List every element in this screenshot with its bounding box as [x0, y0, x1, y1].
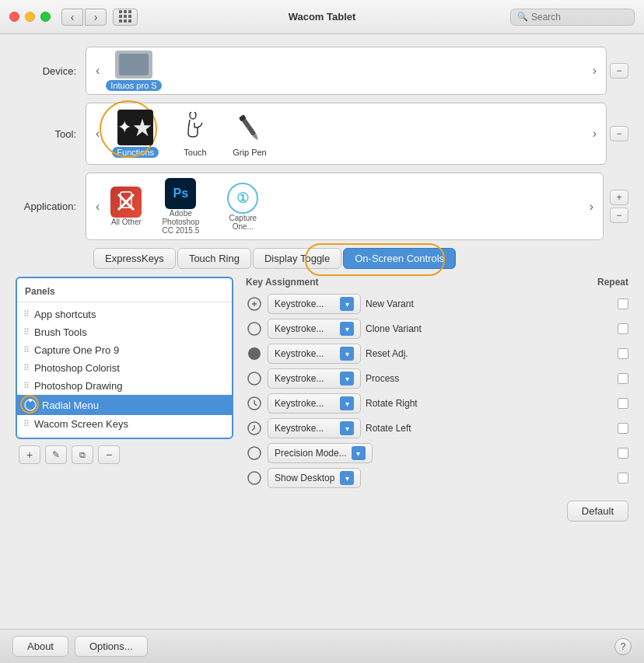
panel-item-app-shortcuts[interactable]: ⠿ App shortcuts: [17, 305, 232, 323]
show-desktop-dropdown[interactable]: Show Desktop ▾: [268, 468, 361, 488]
panel-item-photoshop-drawing[interactable]: ⠿ Photoshop Drawing: [17, 377, 232, 395]
dropdown-arrow-3: ▾: [340, 347, 354, 361]
device-row: Device: ‹ Intuos pro S › −: [16, 47, 628, 95]
grid-button[interactable]: [113, 9, 138, 26]
tool-row: Tool: ‹ Functions: [16, 103, 628, 165]
key-desc-1: New Varant: [366, 298, 613, 309]
app-item-capture[interactable]: ① Capture One...: [215, 181, 271, 232]
tab-display-toggle[interactable]: Display Toggle: [253, 248, 341, 269]
svg-line-2: [198, 126, 201, 127]
close-button[interactable]: [9, 12, 19, 22]
key-icon-3: [246, 345, 263, 362]
tool-left-arrow[interactable]: ‹: [93, 127, 103, 141]
tool-items: Functions Touch: [103, 106, 589, 161]
key-checkbox-8[interactable]: [618, 473, 628, 483]
app-items: All Other Ps Adobe Photoshop CC 2015.5 ①…: [103, 176, 586, 236]
panel-label-capture-one: Capture One Pro 9: [34, 344, 119, 356]
key-checkbox-5[interactable]: [618, 398, 628, 409]
app-item-all-other[interactable]: All Other: [106, 185, 146, 228]
key-checkbox-4[interactable]: [618, 373, 628, 384]
panel-item-radial-menu[interactable]: Radial Menu: [17, 395, 232, 415]
tool-minus-btn[interactable]: −: [610, 126, 628, 141]
svg-point-13: [248, 372, 261, 385]
drag-icon: ⠿: [23, 419, 30, 429]
panel-label-radial-menu: Radial Menu: [42, 400, 99, 411]
tool-item-functions[interactable]: Functions: [106, 106, 165, 161]
tool-item-grip-pen[interactable]: Grip Pen: [226, 107, 274, 160]
options-button[interactable]: Options...: [75, 636, 148, 657]
capture-label: Capture One...: [219, 214, 266, 231]
tab-on-screen-controls[interactable]: On-Screen Controls: [343, 248, 456, 269]
key-checkbox-1[interactable]: [618, 298, 628, 309]
app-right-arrow[interactable]: ›: [586, 200, 597, 214]
app-left-arrow[interactable]: ‹: [93, 200, 103, 214]
key-icon-6: [246, 420, 263, 437]
app-minus-btn[interactable]: −: [610, 208, 628, 223]
key-checkbox-6[interactable]: [618, 423, 628, 434]
panels-list: Panels ⠿ App shortcuts ⠿ Brush Tools ⠿ C…: [16, 277, 233, 439]
help-button[interactable]: ?: [614, 638, 632, 655]
drag-icon: ⠿: [23, 381, 30, 391]
device-left-arrow[interactable]: ‹: [93, 64, 103, 78]
functions-icon: [117, 110, 153, 145]
key-checkbox-7[interactable]: [618, 448, 628, 459]
precision-dropdown[interactable]: Precision Mode... ▾: [268, 443, 373, 463]
panel-item-brush-tools[interactable]: ⠿ Brush Tools: [17, 323, 232, 341]
key-icon-5: [246, 395, 263, 412]
key-row-8: Show Desktop ▾: [246, 468, 628, 488]
panel-item-photoshop-colorist[interactable]: ⠿ Photoshop Colorist: [17, 359, 232, 377]
tab-expresskeys[interactable]: ExpressKeys: [93, 248, 176, 269]
tool-item-touch[interactable]: Touch: [171, 107, 219, 160]
search-input[interactable]: [531, 12, 628, 23]
dropdown-arrow-5: ▾: [340, 396, 354, 410]
search-box[interactable]: 🔍: [510, 9, 635, 26]
maximize-button[interactable]: [40, 12, 51, 22]
drag-icon: ⠿: [23, 309, 30, 319]
tab-touch-ring[interactable]: Touch Ring: [177, 248, 251, 269]
device-right-arrow[interactable]: ›: [590, 64, 600, 78]
all-other-icon: [110, 187, 142, 218]
device-item[interactable]: Intuos pro S: [106, 51, 161, 91]
panel-item-wacom-screen-keys[interactable]: ⠿ Wacom Screen Keys: [17, 415, 232, 433]
duplicate-panel-button[interactable]: ⧉: [72, 445, 93, 464]
key-assignment-title: Key Assignment: [246, 277, 319, 288]
about-button[interactable]: About: [12, 636, 68, 657]
app-carousel: ‹ All Other Ps Adobe Photoshop CC 2015.5: [86, 173, 604, 240]
add-panel-button[interactable]: +: [19, 445, 40, 464]
key-icon-7: [246, 445, 263, 462]
panel-label-photoshop-colorist: Photoshop Colorist: [34, 362, 120, 374]
edit-panel-button[interactable]: ✎: [45, 445, 67, 464]
keystroke-label-3: Keystroke...: [275, 348, 324, 359]
back-button[interactable]: ‹: [61, 9, 83, 26]
keystroke-dropdown-2[interactable]: Keystroke... ▾: [268, 319, 361, 339]
main-content: Device: ‹ Intuos pro S › − Tool: ‹: [0, 34, 644, 534]
default-button[interactable]: Default: [567, 501, 628, 522]
app-item-photoshop[interactable]: Ps Adobe Photoshop CC 2015.5: [152, 176, 208, 236]
key-desc-6: Rotate Left: [366, 423, 613, 434]
panel-controls: + ✎ ⧉ −: [16, 445, 233, 464]
forward-button[interactable]: ›: [85, 9, 107, 26]
keystroke-dropdown-6[interactable]: Keystroke... ▾: [268, 418, 361, 438]
device-minus-btn[interactable]: −: [610, 63, 628, 79]
minimize-button[interactable]: [25, 12, 35, 22]
panels-header: Panels: [17, 283, 232, 302]
panel-label-photoshop-drawing: Photoshop Drawing: [34, 380, 122, 392]
app-plus-btn[interactable]: +: [610, 190, 628, 205]
tool-carousel: ‹ Functions: [86, 103, 607, 165]
svg-line-3: [201, 123, 202, 126]
keystroke-dropdown-1[interactable]: Keystroke... ▾: [268, 294, 361, 314]
keystroke-dropdown-4[interactable]: Keystroke... ▾: [268, 368, 361, 389]
remove-panel-button[interactable]: −: [98, 445, 120, 464]
dropdown-arrow-4: ▾: [340, 372, 354, 386]
keystroke-dropdown-5[interactable]: Keystroke... ▾: [268, 393, 361, 414]
panels-section: Panels ⠿ App shortcuts ⠿ Brush Tools ⠿ C…: [16, 277, 233, 522]
panel-item-capture-one[interactable]: ⠿ Capture One Pro 9: [17, 341, 232, 359]
keystroke-dropdown-3[interactable]: Keystroke... ▾: [268, 344, 361, 364]
all-other-label: All Other: [111, 218, 142, 226]
application-row: Application: ‹ All Other Ps A: [16, 173, 628, 240]
tool-right-arrow[interactable]: ›: [590, 127, 600, 141]
keystroke-label-1: Keystroke...: [275, 298, 324, 309]
key-checkbox-3[interactable]: [618, 348, 628, 359]
key-checkbox-2[interactable]: [618, 323, 628, 334]
key-icon-8: [246, 469, 263, 487]
